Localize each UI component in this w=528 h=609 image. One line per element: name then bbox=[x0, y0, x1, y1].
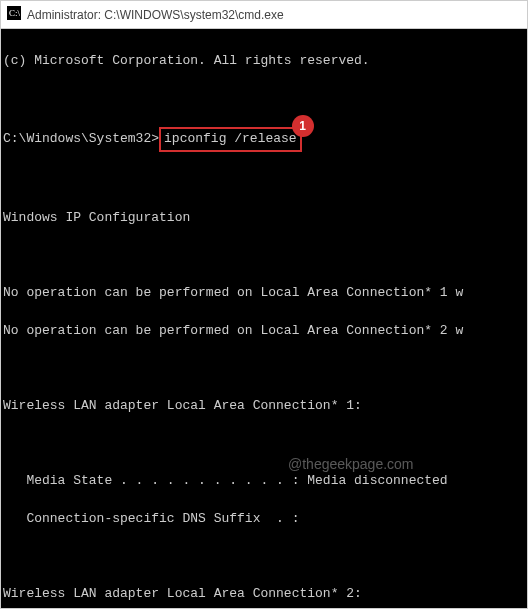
adapter1-media: Media State . . . . . . . . . . . : Medi… bbox=[3, 472, 527, 491]
svg-text:C:\: C:\ bbox=[9, 8, 21, 18]
command-1-highlight: ipconfig /release1 bbox=[159, 127, 302, 152]
adapter1-header: Wireless LAN adapter Local Area Connecti… bbox=[3, 397, 527, 416]
cmd-window: C:\ Administrator: C:\WINDOWS\system32\c… bbox=[0, 0, 528, 609]
prompt-1: C:\Windows\System32> bbox=[3, 131, 159, 146]
adapter1-dns: Connection-specific DNS Suffix . : bbox=[3, 510, 527, 529]
terminal-area[interactable]: (c) Microsoft Corporation. All rights re… bbox=[1, 29, 527, 608]
command-1: ipconfig /release bbox=[164, 131, 297, 146]
noop-line-2: No operation can be performed on Local A… bbox=[3, 322, 527, 341]
cmd-icon: C:\ bbox=[7, 6, 27, 23]
ipconfig-header: Windows IP Configuration bbox=[3, 209, 527, 228]
titlebar[interactable]: C:\ Administrator: C:\WINDOWS\system32\c… bbox=[1, 1, 527, 29]
watermark: @thegeekpage.com bbox=[288, 454, 414, 474]
copyright-line: (c) Microsoft Corporation. All rights re… bbox=[3, 52, 527, 71]
noop-line-1: No operation can be performed on Local A… bbox=[3, 284, 527, 303]
adapter2-header: Wireless LAN adapter Local Area Connecti… bbox=[3, 585, 527, 604]
badge-1: 1 bbox=[292, 115, 314, 137]
window-title: Administrator: C:\WINDOWS\system32\cmd.e… bbox=[27, 8, 284, 22]
